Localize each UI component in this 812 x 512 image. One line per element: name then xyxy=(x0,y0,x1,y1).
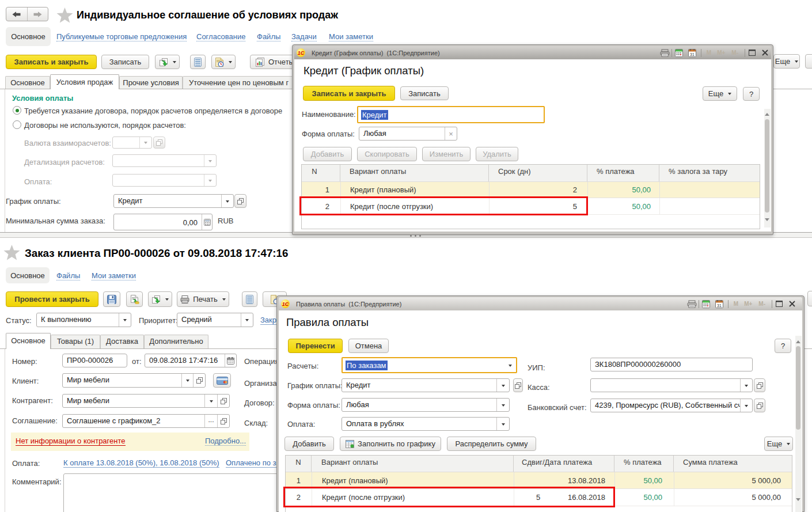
svg-text:31: 31 xyxy=(717,303,722,307)
svg-text:31: 31 xyxy=(690,52,695,56)
